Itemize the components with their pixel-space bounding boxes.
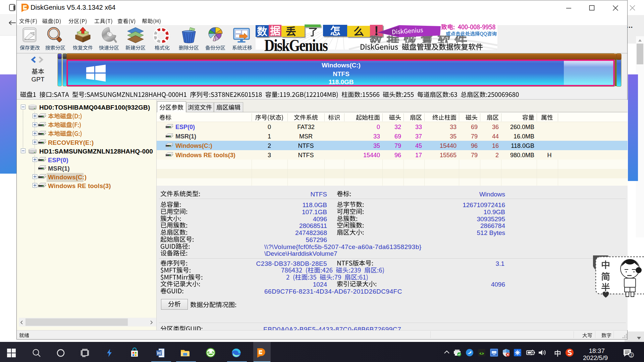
svg-text:2: 2 — [630, 353, 633, 358]
